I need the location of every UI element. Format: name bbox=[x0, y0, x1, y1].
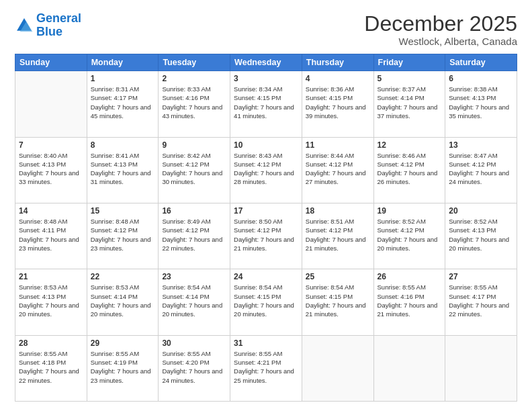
subtitle: Westlock, Alberta, Canada bbox=[364, 36, 517, 47]
cell-date-number: 15 bbox=[91, 206, 155, 216]
calendar-cell: 15Sunrise: 8:48 AM Sunset: 4:12 PM Dayli… bbox=[87, 203, 159, 269]
cell-info: Sunrise: 8:38 AM Sunset: 4:13 PM Dayligh… bbox=[449, 85, 513, 120]
calendar-cell: 4Sunrise: 8:36 AM Sunset: 4:15 PM Daylig… bbox=[302, 71, 373, 137]
calendar-week-row: 28Sunrise: 8:55 AM Sunset: 4:18 PM Dayli… bbox=[15, 335, 517, 401]
calendar-cell: 12Sunrise: 8:46 AM Sunset: 4:12 PM Dayli… bbox=[373, 137, 445, 203]
top-section: General Blue December 2025 Westlock, Alb… bbox=[15, 12, 517, 47]
cell-date-number: 29 bbox=[91, 338, 155, 348]
calendar-table: SundayMondayTuesdayWednesdayThursdayFrid… bbox=[15, 54, 517, 402]
cell-date-number: 27 bbox=[449, 272, 513, 281]
cell-date-number: 9 bbox=[162, 140, 226, 150]
cell-date-number: 16 bbox=[162, 206, 226, 216]
calendar-week-row: 1Sunrise: 8:31 AM Sunset: 4:17 PM Daylig… bbox=[15, 71, 517, 137]
cell-info: Sunrise: 8:54 AM Sunset: 4:15 PM Dayligh… bbox=[234, 283, 298, 318]
calendar-week-row: 7Sunrise: 8:40 AM Sunset: 4:13 PM Daylig… bbox=[15, 137, 517, 203]
cell-info: Sunrise: 8:43 AM Sunset: 4:12 PM Dayligh… bbox=[234, 151, 298, 187]
cell-date-number: 28 bbox=[19, 338, 83, 348]
cell-info: Sunrise: 8:44 AM Sunset: 4:12 PM Dayligh… bbox=[306, 151, 370, 187]
logo: General Blue bbox=[15, 12, 81, 39]
calendar-cell: 17Sunrise: 8:50 AM Sunset: 4:12 PM Dayli… bbox=[230, 203, 302, 269]
cell-date-number: 13 bbox=[449, 140, 513, 150]
cell-date-number: 8 bbox=[91, 140, 155, 150]
cell-info: Sunrise: 8:41 AM Sunset: 4:13 PM Dayligh… bbox=[91, 151, 155, 187]
calendar-cell: 21Sunrise: 8:53 AM Sunset: 4:13 PM Dayli… bbox=[15, 269, 87, 335]
calendar-cell: 23Sunrise: 8:54 AM Sunset: 4:14 PM Dayli… bbox=[159, 269, 230, 335]
header-day: Monday bbox=[87, 54, 159, 71]
calendar-cell: 25Sunrise: 8:54 AM Sunset: 4:15 PM Dayli… bbox=[302, 269, 373, 335]
main-title: December 2025 bbox=[364, 12, 517, 36]
cell-info: Sunrise: 8:47 AM Sunset: 4:12 PM Dayligh… bbox=[449, 151, 513, 187]
cell-date-number: 14 bbox=[19, 206, 83, 216]
cell-date-number: 3 bbox=[234, 74, 298, 83]
calendar-cell: 24Sunrise: 8:54 AM Sunset: 4:15 PM Dayli… bbox=[230, 269, 302, 335]
header-day: Wednesday bbox=[230, 54, 302, 71]
cell-date-number: 6 bbox=[449, 74, 513, 83]
cell-date-number: 25 bbox=[306, 272, 370, 281]
calendar-cell bbox=[15, 71, 87, 137]
calendar-cell: 20Sunrise: 8:52 AM Sunset: 4:13 PM Dayli… bbox=[445, 203, 517, 269]
cell-date-number: 26 bbox=[378, 272, 442, 281]
cell-info: Sunrise: 8:36 AM Sunset: 4:15 PM Dayligh… bbox=[306, 85, 370, 120]
header-day: Tuesday bbox=[159, 54, 230, 71]
cell-info: Sunrise: 8:40 AM Sunset: 4:13 PM Dayligh… bbox=[19, 151, 83, 187]
cell-info: Sunrise: 8:55 AM Sunset: 4:20 PM Dayligh… bbox=[162, 349, 226, 385]
calendar-body: 1Sunrise: 8:31 AM Sunset: 4:17 PM Daylig… bbox=[15, 71, 517, 402]
cell-info: Sunrise: 8:55 AM Sunset: 4:16 PM Dayligh… bbox=[378, 283, 442, 318]
cell-date-number: 12 bbox=[378, 140, 442, 150]
calendar-week-row: 14Sunrise: 8:48 AM Sunset: 4:11 PM Dayli… bbox=[15, 203, 517, 269]
logo-text: General Blue bbox=[36, 12, 81, 39]
calendar-cell bbox=[302, 335, 373, 401]
cell-date-number: 7 bbox=[19, 140, 83, 150]
cell-info: Sunrise: 8:53 AM Sunset: 4:14 PM Dayligh… bbox=[91, 283, 155, 318]
cell-date-number: 21 bbox=[19, 272, 83, 281]
cell-date-number: 17 bbox=[234, 206, 298, 216]
header-day: Friday bbox=[373, 54, 445, 71]
header-row: SundayMondayTuesdayWednesdayThursdayFrid… bbox=[15, 54, 517, 71]
header-day: Saturday bbox=[445, 54, 517, 71]
calendar-cell: 22Sunrise: 8:53 AM Sunset: 4:14 PM Dayli… bbox=[87, 269, 159, 335]
cell-info: Sunrise: 8:52 AM Sunset: 4:12 PM Dayligh… bbox=[378, 217, 442, 253]
calendar-cell: 1Sunrise: 8:31 AM Sunset: 4:17 PM Daylig… bbox=[87, 71, 159, 137]
page: General Blue December 2025 Westlock, Alb… bbox=[0, 0, 532, 411]
cell-date-number: 30 bbox=[162, 338, 226, 348]
calendar-cell: 6Sunrise: 8:38 AM Sunset: 4:13 PM Daylig… bbox=[445, 71, 517, 137]
cell-date-number: 10 bbox=[234, 140, 298, 150]
calendar-cell: 7Sunrise: 8:40 AM Sunset: 4:13 PM Daylig… bbox=[15, 137, 87, 203]
cell-date-number: 31 bbox=[234, 338, 298, 348]
cell-date-number: 20 bbox=[449, 206, 513, 216]
cell-date-number: 11 bbox=[306, 140, 370, 150]
cell-date-number: 22 bbox=[91, 272, 155, 281]
cell-info: Sunrise: 8:55 AM Sunset: 4:19 PM Dayligh… bbox=[91, 349, 155, 385]
cell-info: Sunrise: 8:55 AM Sunset: 4:17 PM Dayligh… bbox=[449, 283, 513, 318]
cell-date-number: 1 bbox=[91, 74, 155, 83]
cell-date-number: 2 bbox=[162, 74, 226, 83]
cell-info: Sunrise: 8:31 AM Sunset: 4:17 PM Dayligh… bbox=[91, 85, 155, 120]
calendar-cell: 31Sunrise: 8:55 AM Sunset: 4:21 PM Dayli… bbox=[230, 335, 302, 401]
cell-info: Sunrise: 8:33 AM Sunset: 4:16 PM Dayligh… bbox=[162, 85, 226, 120]
cell-info: Sunrise: 8:55 AM Sunset: 4:18 PM Dayligh… bbox=[19, 349, 83, 385]
calendar-cell: 16Sunrise: 8:49 AM Sunset: 4:12 PM Dayli… bbox=[159, 203, 230, 269]
cell-info: Sunrise: 8:49 AM Sunset: 4:12 PM Dayligh… bbox=[162, 217, 226, 253]
cell-date-number: 24 bbox=[234, 272, 298, 281]
calendar-cell: 19Sunrise: 8:52 AM Sunset: 4:12 PM Dayli… bbox=[373, 203, 445, 269]
cell-date-number: 5 bbox=[378, 74, 442, 83]
cell-info: Sunrise: 8:52 AM Sunset: 4:13 PM Dayligh… bbox=[449, 217, 513, 253]
header-day: Thursday bbox=[302, 54, 373, 71]
cell-date-number: 19 bbox=[378, 206, 442, 216]
calendar-header: SundayMondayTuesdayWednesdayThursdayFrid… bbox=[15, 54, 517, 71]
cell-date-number: 4 bbox=[306, 74, 370, 83]
cell-info: Sunrise: 8:42 AM Sunset: 4:12 PM Dayligh… bbox=[162, 151, 226, 187]
logo-icon bbox=[15, 16, 34, 35]
calendar-cell: 30Sunrise: 8:55 AM Sunset: 4:20 PM Dayli… bbox=[159, 335, 230, 401]
calendar-cell: 27Sunrise: 8:55 AM Sunset: 4:17 PM Dayli… bbox=[445, 269, 517, 335]
cell-info: Sunrise: 8:54 AM Sunset: 4:14 PM Dayligh… bbox=[162, 283, 226, 318]
cell-info: Sunrise: 8:34 AM Sunset: 4:15 PM Dayligh… bbox=[234, 85, 298, 120]
cell-info: Sunrise: 8:55 AM Sunset: 4:21 PM Dayligh… bbox=[234, 349, 298, 385]
calendar-cell: 5Sunrise: 8:37 AM Sunset: 4:14 PM Daylig… bbox=[373, 71, 445, 137]
title-section: December 2025 Westlock, Alberta, Canada bbox=[364, 12, 517, 47]
calendar-cell: 18Sunrise: 8:51 AM Sunset: 4:12 PM Dayli… bbox=[302, 203, 373, 269]
cell-info: Sunrise: 8:48 AM Sunset: 4:12 PM Dayligh… bbox=[91, 217, 155, 253]
calendar-cell: 10Sunrise: 8:43 AM Sunset: 4:12 PM Dayli… bbox=[230, 137, 302, 203]
cell-info: Sunrise: 8:37 AM Sunset: 4:14 PM Dayligh… bbox=[378, 85, 442, 120]
calendar-cell: 9Sunrise: 8:42 AM Sunset: 4:12 PM Daylig… bbox=[159, 137, 230, 203]
